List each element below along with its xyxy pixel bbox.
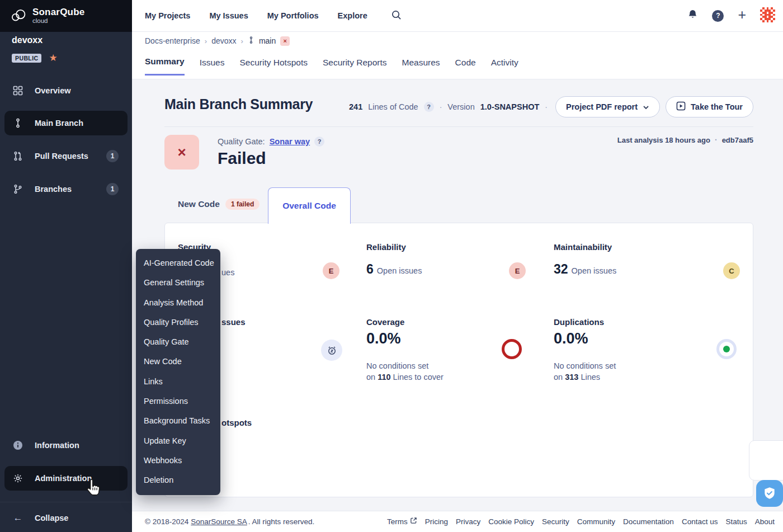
menu-item-update-key[interactable]: Update Key [136, 431, 220, 451]
maintainability-rating-badge[interactable]: C [723, 262, 740, 279]
reliability-value: 6 [366, 262, 374, 277]
menu-item-permissions[interactable]: Permissions [136, 392, 220, 411]
tab-summary[interactable]: Summary [145, 57, 185, 76]
meta-dot: · [545, 102, 548, 111]
tab-overall-code[interactable]: Overall Code [268, 187, 351, 224]
sidebar-item-information[interactable]: Information [4, 433, 128, 458]
pull-requests-count-badge: 1 [106, 150, 119, 162]
duplications-ring-indicator [716, 339, 737, 359]
coverage-ring-indicator [502, 339, 522, 359]
reliability-rating-badge[interactable]: E [509, 262, 526, 279]
tab-security-reports[interactable]: Security Reports [323, 58, 387, 75]
coverage-note-line1: No conditions set [366, 360, 444, 371]
breadcrumb-project[interactable]: devoxx [211, 36, 236, 45]
sidebar-item-main-branch[interactable]: Main Branch [4, 111, 128, 135]
info-icon [12, 440, 23, 450]
quality-gate-help-icon[interactable]: ? [314, 136, 324, 147]
menu-item-ai-generated-code[interactable]: AI-Generated Code [136, 253, 220, 273]
footer-link-security[interactable]: Security [542, 517, 569, 526]
tab-measures[interactable]: Measures [402, 58, 440, 75]
nav-explore[interactable]: Explore [338, 11, 367, 20]
add-project-plus-icon[interactable]: + [738, 8, 746, 22]
security-rating-badge[interactable]: E [323, 262, 339, 279]
version-label: Version [447, 102, 474, 111]
menu-item-quality-profiles[interactable]: Quality Profiles [136, 313, 220, 332]
footer-link-privacy[interactable]: Privacy [456, 517, 480, 526]
maintainability-title: Maintainability [554, 242, 612, 252]
menu-item-new-code[interactable]: New Code [136, 352, 220, 371]
project-sidebar: SonarQube cloud devoxx PUBLIC ★ Overview [0, 0, 132, 532]
duplications-title: Duplications [554, 317, 604, 327]
user-avatar[interactable] [760, 7, 775, 25]
security-open-issues-fragment: ues [221, 268, 234, 277]
overall-code-card [164, 223, 753, 497]
footer-link-community[interactable]: Community [577, 517, 615, 526]
menu-item-background-tasks[interactable]: Background Tasks [136, 411, 220, 431]
sidebar-item-overview[interactable]: Overview [4, 78, 128, 103]
menu-item-webhooks[interactable]: Webhooks [136, 451, 220, 470]
sidebar-item-administration[interactable]: Administration [4, 466, 128, 491]
menu-item-links[interactable]: Links [136, 372, 220, 392]
quality-gate-status: Failed [218, 149, 266, 168]
footer-link-about[interactable]: About [755, 517, 775, 526]
sidebar-item-label: Main Branch [35, 119, 83, 128]
sidebar-item-pull-requests[interactable]: Pull Requests 1 [4, 144, 128, 168]
tab-new-code[interactable]: New Code [178, 199, 220, 209]
menu-item-analysis-method[interactable]: Analysis Method [136, 293, 220, 313]
sonarsource-link[interactable]: SonarSource SA [191, 517, 247, 526]
quality-gate-link[interactable]: Sonar way [270, 137, 310, 146]
tab-activity[interactable]: Activity [491, 58, 518, 75]
loc-help-icon[interactable]: ? [424, 102, 434, 112]
menu-item-deletion[interactable]: Deletion [136, 470, 220, 490]
notifications-bell-icon[interactable] [687, 9, 698, 22]
close-branch-icon[interactable]: × [280, 36, 290, 46]
duplications-value: 0.0% [554, 330, 588, 347]
sidebar-item-label: Branches [35, 185, 72, 194]
visibility-badge: PUBLIC [12, 54, 41, 63]
reliability-title: Reliability [366, 242, 406, 252]
breadcrumb-org[interactable]: Docs-enterprise [145, 36, 200, 45]
header-meta: 241 Lines of Code ? · Version 1.0-SNAPSH… [336, 96, 753, 118]
footer-link-documentation[interactable]: Documentation [623, 517, 674, 526]
menu-item-quality-gate[interactable]: Quality Gate [136, 332, 220, 352]
search-icon[interactable] [391, 10, 402, 22]
security-shield-widget[interactable] [756, 480, 783, 507]
sidebar-item-branches[interactable]: Branches 1 [4, 177, 128, 201]
tab-security-hotspots[interactable]: Security Hotspots [239, 58, 307, 75]
external-link-icon [410, 517, 417, 526]
footer-link-status[interactable]: Status [725, 517, 747, 526]
branches-count-badge: 1 [106, 183, 119, 195]
favorite-star-icon[interactable]: ★ [49, 53, 57, 63]
brand-sub: cloud [32, 18, 84, 25]
branch-icon-small [248, 36, 254, 46]
footer-link-pricing[interactable]: Pricing [425, 517, 448, 526]
meta-dot: · [440, 102, 442, 111]
tab-issues[interactable]: Issues [200, 58, 225, 75]
footer-link-terms[interactable]: Terms [387, 517, 417, 526]
reliability-label: Open issues [377, 266, 422, 275]
chevron-down-icon [643, 102, 649, 111]
tour-button-label: Take the Tour [691, 102, 743, 111]
help-icon[interactable]: ? [712, 10, 724, 22]
footer-link-cookie-policy[interactable]: Cookie Policy [488, 517, 534, 526]
new-code-failed-badge: 1 failed [225, 199, 260, 210]
menu-item-general-settings[interactable]: General Settings [136, 273, 220, 293]
nav-my-portfolios[interactable]: My Portfolios [267, 11, 319, 20]
breadcrumb-separator: › [205, 37, 207, 45]
collapse-sidebar-button[interactable]: ← Collapse [4, 506, 128, 530]
meta-dot: · [715, 135, 718, 144]
tab-code[interactable]: Code [455, 58, 476, 75]
take-the-tour-button[interactable]: Take the Tour [666, 96, 753, 117]
nav-my-issues[interactable]: My Issues [209, 11, 248, 20]
sonarqube-logo[interactable]: SonarQube cloud [0, 0, 132, 32]
nav-my-projects[interactable]: My Projects [145, 11, 190, 20]
brand-name: SonarQube [32, 7, 84, 17]
maintainability-value: 32 [554, 262, 568, 277]
sidebar-item-label: Pull Requests [35, 152, 88, 161]
project-pdf-report-button[interactable]: Project PDF report [555, 96, 660, 117]
footer-link-contact-us[interactable]: Contact us [682, 517, 718, 526]
project-tabs: Summary Issues Security Hotspots Securit… [145, 57, 518, 76]
shield-check-icon [762, 486, 777, 501]
pull-request-icon [12, 151, 23, 161]
security-hotspots-title-fragment: otspots [221, 418, 252, 427]
